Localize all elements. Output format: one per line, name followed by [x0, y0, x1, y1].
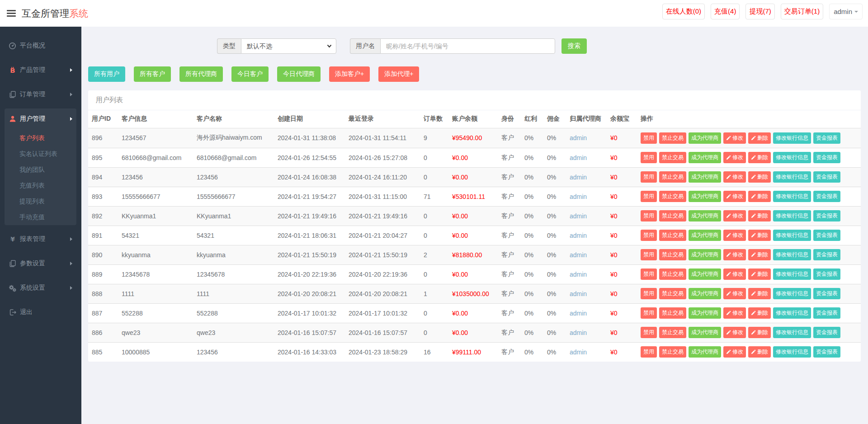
delete-button[interactable]: 删除 — [748, 249, 771, 260]
agent-link[interactable]: admin — [570, 271, 587, 278]
forbid-trade-button[interactable]: 禁止交易 — [659, 249, 686, 260]
delete-button[interactable]: 删除 — [748, 307, 771, 319]
agent-link[interactable]: admin — [570, 212, 587, 220]
fund-report-button[interactable]: 资金报表 — [813, 288, 840, 299]
fund-report-button[interactable]: 资金报表 — [813, 152, 840, 163]
disable-button[interactable]: 禁用 — [641, 210, 657, 221]
fund-report-button[interactable]: 资金报表 — [813, 346, 840, 358]
edit-button[interactable]: 修改 — [723, 269, 746, 280]
sidebar-item-dashboard[interactable]: 平台概况 — [0, 33, 81, 58]
sidebar-item-products[interactable]: B产品管理 — [0, 58, 81, 82]
edit-bank-button[interactable]: 修改银行信息 — [773, 230, 811, 241]
fund-report-button[interactable]: 资金报表 — [813, 249, 840, 260]
make-agent-button[interactable]: 成为代理商 — [689, 288, 721, 299]
delete-button[interactable]: 删除 — [748, 346, 771, 358]
admin-user-menu[interactable]: admin — [829, 4, 863, 19]
type-filter-select[interactable]: 默认不选 — [241, 38, 336, 54]
today-agents-button[interactable]: 今日代理商 — [277, 66, 321, 82]
edit-button[interactable]: 修改 — [723, 346, 746, 358]
delete-button[interactable]: 删除 — [748, 327, 771, 338]
edit-bank-button[interactable]: 修改银行信息 — [773, 288, 811, 299]
delete-button[interactable]: 删除 — [748, 191, 771, 202]
delete-button[interactable]: 删除 — [748, 152, 771, 163]
hamburger-menu-icon[interactable] — [7, 9, 16, 18]
agent-link[interactable]: admin — [570, 174, 587, 181]
fund-report-button[interactable]: 资金报表 — [813, 191, 840, 202]
edit-bank-button[interactable]: 修改银行信息 — [773, 152, 811, 163]
sidebar-item-orders[interactable]: 订单管理 — [0, 82, 81, 107]
make-agent-button[interactable]: 成为代理商 — [689, 171, 721, 183]
edit-button[interactable]: 修改 — [723, 327, 746, 338]
agent-link[interactable]: admin — [570, 193, 587, 200]
sidebar-subitem-manual-recharge[interactable]: 手动充值 — [5, 209, 76, 225]
agent-link[interactable]: admin — [570, 232, 587, 239]
forbid-trade-button[interactable]: 禁止交易 — [659, 269, 686, 280]
today-customers-button[interactable]: 今日客户 — [231, 66, 269, 82]
edit-button[interactable]: 修改 — [723, 171, 746, 183]
edit-button[interactable]: 修改 — [723, 249, 746, 260]
make-agent-button[interactable]: 成为代理商 — [689, 269, 721, 280]
sidebar-subitem-my-team[interactable]: 我的团队 — [5, 162, 76, 178]
forbid-trade-button[interactable]: 禁止交易 — [659, 171, 686, 183]
edit-bank-button[interactable]: 修改银行信息 — [773, 327, 811, 338]
delete-button[interactable]: 删除 — [748, 230, 771, 241]
sidebar-item-params[interactable]: 参数设置 — [0, 251, 81, 276]
edit-bank-button[interactable]: 修改银行信息 — [773, 269, 811, 280]
delete-button[interactable]: 删除 — [748, 269, 771, 280]
edit-bank-button[interactable]: 修改银行信息 — [773, 210, 811, 221]
make-agent-button[interactable]: 成为代理商 — [689, 307, 721, 319]
header-stat-online[interactable]: 在线人数(0) — [662, 4, 705, 19]
edit-button[interactable]: 修改 — [723, 288, 746, 299]
make-agent-button[interactable]: 成为代理商 — [689, 249, 721, 260]
forbid-trade-button[interactable]: 禁止交易 — [659, 307, 686, 319]
fund-report-button[interactable]: 资金报表 — [813, 269, 840, 280]
fund-report-button[interactable]: 资金报表 — [813, 307, 840, 319]
disable-button[interactable]: 禁用 — [641, 307, 657, 319]
disable-button[interactable]: 禁用 — [641, 171, 657, 183]
forbid-trade-button[interactable]: 禁止交易 — [659, 288, 686, 299]
fund-report-button[interactable]: 资金报表 — [813, 171, 840, 183]
edit-button[interactable]: 修改 — [723, 191, 746, 202]
disable-button[interactable]: 禁用 — [641, 230, 657, 241]
sidebar-subitem-customer-list[interactable]: 客户列表 — [5, 130, 76, 146]
delete-button[interactable]: 删除 — [748, 210, 771, 221]
disable-button[interactable]: 禁用 — [641, 346, 657, 358]
edit-bank-button[interactable]: 修改银行信息 — [773, 346, 811, 358]
make-agent-button[interactable]: 成为代理商 — [689, 191, 721, 202]
make-agent-button[interactable]: 成为代理商 — [689, 346, 721, 358]
edit-button[interactable]: 修改 — [723, 307, 746, 319]
agent-link[interactable]: admin — [570, 310, 587, 317]
forbid-trade-button[interactable]: 禁止交易 — [659, 210, 686, 221]
disable-button[interactable]: 禁用 — [641, 249, 657, 260]
disable-button[interactable]: 禁用 — [641, 132, 657, 144]
sidebar-item-reports[interactable]: ¥报表管理 — [0, 227, 81, 251]
edit-button[interactable]: 修改 — [723, 152, 746, 163]
disable-button[interactable]: 禁用 — [641, 152, 657, 163]
edit-button[interactable]: 修改 — [723, 230, 746, 241]
sidebar-subitem-recharge-list[interactable]: 充值列表 — [5, 178, 76, 193]
fund-report-button[interactable]: 资金报表 — [813, 132, 840, 144]
sidebar-item-users[interactable]: 用户管理 — [5, 108, 76, 129]
add-agent-button[interactable]: 添加代理+ — [378, 66, 419, 82]
agent-link[interactable]: admin — [570, 251, 587, 259]
edit-button[interactable]: 修改 — [723, 132, 746, 144]
all-users-button[interactable]: 所有用户 — [88, 66, 125, 82]
agent-link[interactable]: admin — [570, 134, 587, 141]
sidebar-item-logout[interactable]: 退出 — [0, 300, 81, 325]
edit-bank-button[interactable]: 修改银行信息 — [773, 307, 811, 319]
edit-button[interactable]: 修改 — [723, 210, 746, 221]
forbid-trade-button[interactable]: 禁止交易 — [659, 346, 686, 358]
disable-button[interactable]: 禁用 — [641, 327, 657, 338]
agent-link[interactable]: admin — [570, 290, 587, 297]
delete-button[interactable]: 删除 — [748, 171, 771, 183]
forbid-trade-button[interactable]: 禁止交易 — [659, 152, 686, 163]
disable-button[interactable]: 禁用 — [641, 269, 657, 280]
agent-link[interactable]: admin — [570, 154, 587, 161]
edit-bank-button[interactable]: 修改银行信息 — [773, 171, 811, 183]
delete-button[interactable]: 删除 — [748, 132, 771, 144]
add-customer-button[interactable]: 添加客户+ — [329, 66, 370, 82]
agent-link[interactable]: admin — [570, 329, 587, 336]
make-agent-button[interactable]: 成为代理商 — [689, 210, 721, 221]
fund-report-button[interactable]: 资金报表 — [813, 230, 840, 241]
sidebar-item-system[interactable]: 系统设置 — [0, 276, 81, 300]
